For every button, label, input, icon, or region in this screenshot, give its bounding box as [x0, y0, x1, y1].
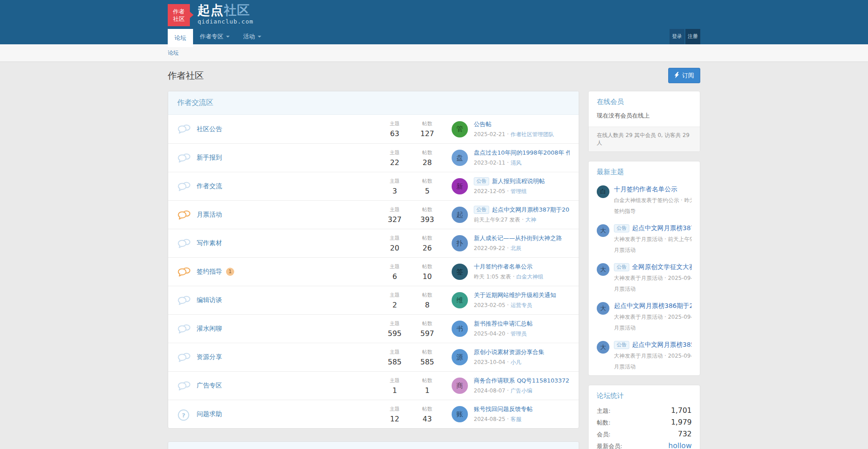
nav-tabs: 论坛作者专区活动 [168, 29, 268, 44]
last-post-author-link[interactable]: 北辰 [510, 245, 521, 251]
posts-count: 5 [411, 187, 443, 195]
page-title: 作者社区 [168, 70, 204, 82]
chat-bubbles-icon [177, 380, 191, 392]
last-post-title-link[interactable]: 账号找回问题反馈专帖 [474, 405, 533, 413]
forum-stats-title: 论坛统计 [589, 385, 700, 405]
forum-name-link[interactable]: 社区公告 [197, 125, 222, 133]
poster-avatar[interactable]: 大 [597, 224, 609, 237]
last-post-author-link[interactable]: 管理组 [510, 188, 527, 194]
last-poster-avatar[interactable]: 源 [452, 349, 468, 365]
last-post-date: 前天上午9:27 发表 [474, 217, 520, 223]
navbar: 作者 社区 起点社区 qidianclub.com 论坛作者专区活动 登录注册 [0, 0, 868, 44]
last-poster-avatar[interactable]: 商 [452, 378, 468, 394]
last-post-title-link[interactable]: 十月签约作者名单公示 [474, 263, 533, 271]
posts-stat: 帖数 43 [411, 406, 443, 423]
poster-avatar[interactable]: 大 [597, 263, 609, 276]
online-members-body: 现在没有会员在线上 [589, 111, 700, 127]
last-post-author-link[interactable]: 作者社区管理团队 [510, 131, 554, 137]
forum-name-link[interactable]: 资源分享 [197, 353, 222, 361]
last-poster-avatar[interactable]: 签 [452, 264, 468, 280]
nav-tab-2[interactable]: 作者专区 [193, 29, 236, 44]
threads-label: 主题 [378, 149, 411, 156]
last-post-author-link[interactable]: 管理员 [510, 331, 527, 337]
last-post-author-link[interactable]: 清风 [510, 160, 521, 166]
posts-stat: 帖数 393 [411, 206, 443, 224]
last-post-title-link[interactable]: 起点中文网月票榜387期于2025.10月- 1 [492, 206, 570, 214]
last-post-title-link[interactable]: 新人报到流程说明帖 [492, 177, 545, 185]
last-poster-avatar[interactable]: 新 [452, 178, 468, 194]
last-post-title-link[interactable]: 新人成长记——从扑街到大神之路 [474, 234, 562, 242]
posts-count: 127 [411, 129, 443, 138]
last-post-title-link[interactable]: 公告帖 [474, 120, 491, 128]
threads-stat: 主题 585 [378, 349, 411, 366]
login-button[interactable]: 登录 [670, 29, 684, 44]
last-post-title-link[interactable]: 关于近期网站维护升级相关通知 [474, 291, 556, 299]
forum-name-link[interactable]: 月票活动 [197, 211, 222, 219]
chat-bubbles-icon [177, 352, 191, 363]
latest-post-title-link[interactable]: 全网原创文学征文大赛之巡礼·2025 [632, 263, 692, 271]
nav-tab-3[interactable]: 活动 [236, 29, 268, 44]
last-poster-avatar[interactable]: 扑 [452, 235, 468, 251]
forum-name-link[interactable]: 广告专区 [197, 382, 222, 390]
last-post-author-link[interactable]: 客服 [510, 416, 521, 422]
forum-name-link[interactable]: 写作素材 [197, 239, 222, 247]
nav-row: 论坛作者专区活动 登录注册 [168, 29, 700, 44]
forum-name-link[interactable]: 问题求助 [197, 410, 222, 418]
threads-stat: 主题 12 [378, 406, 411, 423]
last-post: 关于近期网站维护升级相关通知 2023-02-05 · 运营专员 [474, 291, 570, 309]
last-post-date: 2024-08-07 [474, 388, 505, 394]
last-post-author-link[interactable]: 大神 [525, 217, 536, 223]
latest-post-title-link[interactable]: 十月签约作者名单公示 [614, 185, 677, 194]
last-post-title-link[interactable]: 新书推荐位申请汇总帖 [474, 320, 533, 328]
last-post-date: 2022-09-22 [474, 245, 505, 251]
forum-row: 灌水闲聊 主题 595 帖数 597 书 新书推荐位申请汇总帖 2025-04-… [168, 314, 579, 343]
threads-stat: 主题 327 [378, 206, 411, 224]
last-post-title-link[interactable]: 商务合作请联系 QQ号1158103372 [474, 377, 569, 385]
forum-name-link[interactable]: 编辑访谈 [197, 296, 222, 304]
poster-avatar[interactable]: 大 [597, 341, 609, 354]
threads-label: 主题 [378, 406, 411, 412]
forum-name-link[interactable]: 灌水闲聊 [197, 325, 222, 333]
stat-value: 732 [678, 430, 692, 438]
poster-avatar[interactable]: 大 [597, 302, 609, 315]
posts-label: 帖数 [411, 292, 443, 298]
latest-post-title-link[interactable]: 起点中文网月票榜387期于2025.10月- 1 [632, 224, 692, 232]
last-poster-avatar[interactable]: 起 [452, 207, 468, 223]
subscribe-button[interactable]: 订阅 [668, 68, 700, 83]
threads-count: 63 [378, 129, 411, 138]
last-post: 账号找回问题反馈专帖 2024-08-25 · 客服 [474, 405, 570, 423]
last-poster-avatar[interactable]: 管 [452, 121, 468, 137]
stat-value-link[interactable]: hollow [668, 441, 692, 449]
nav-tab-1[interactable]: 论坛 [168, 29, 193, 47]
second-category-title: 社区导航栏 [168, 442, 579, 449]
last-post-title-link[interactable]: 盘点过去10年间的1998年2008年 作者weid [474, 149, 570, 157]
threads-count: 327 [378, 215, 411, 224]
last-poster-avatar[interactable]: 账 [452, 406, 468, 422]
forum-name-link[interactable]: 作者交流 [197, 182, 222, 190]
last-post-author-link[interactable]: 白金大神组 [516, 274, 543, 280]
forum-name-link[interactable]: 新手报到 [197, 154, 222, 162]
posts-count: 10 [411, 272, 443, 281]
last-post: 原创小说素材资源分享合集 2023-10-04 · 小凡 [474, 348, 570, 366]
forum-name-link[interactable]: 签约指导 [197, 268, 222, 276]
last-post-title-link[interactable]: 原创小说素材资源分享合集 [474, 348, 544, 356]
latest-post-title-link[interactable]: 起点中文网月票榜386期于2025.9月- 4 [614, 302, 692, 310]
last-poster-avatar[interactable]: 维 [452, 292, 468, 308]
posts-stat: 帖数 10 [411, 263, 443, 281]
site-logo[interactable]: 作者 社区 [168, 4, 190, 26]
last-post-date: 2023-02-05 [474, 302, 505, 308]
last-poster-avatar[interactable]: 书 [452, 321, 468, 337]
poster-avatar[interactable]: 白 [597, 185, 609, 198]
register-button[interactable]: 注册 [685, 29, 700, 44]
latest-post-title-link[interactable]: 起点中文网月票榜385期于2025.9月- 3 [632, 341, 692, 349]
last-poster-avatar[interactable]: 盘 [452, 150, 468, 166]
last-post: 商务合作请联系 QQ号1158103372 2024-08-07 · 广告小编 [474, 377, 570, 395]
logo-badge-line1: 作者 [168, 8, 190, 15]
threads-label: 主题 [378, 120, 411, 127]
last-post-author-link[interactable]: 运营专员 [510, 302, 532, 308]
last-post-author-link[interactable]: 广告小编 [510, 388, 532, 394]
latest-post-forum: 月票活动 [614, 246, 692, 254]
posts-stat: 帖数 5 [411, 178, 443, 195]
threads-label: 主题 [378, 292, 411, 298]
last-post-author-link[interactable]: 小凡 [510, 359, 521, 365]
